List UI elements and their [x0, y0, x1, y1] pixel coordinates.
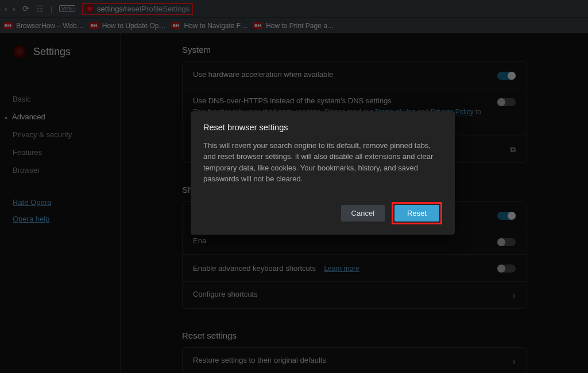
configure-shortcuts-row[interactable]: Configure shortcuts › — [183, 282, 526, 308]
nav-arrows: ‹ › — [5, 5, 16, 13]
reset-card: Restore settings to their original defau… — [182, 347, 527, 373]
bookmark-label: How to Navigate F… — [184, 22, 247, 30]
advanced-kb-toggle[interactable] — [497, 265, 516, 273]
hw-accel-toggle[interactable] — [497, 72, 516, 80]
dialog-body: This will revert your search engine to i… — [203, 140, 442, 185]
nav-advanced-label: Advanced — [12, 112, 45, 121]
doh-label: Use DNS-over-HTTPS instead of the system… — [193, 96, 497, 105]
chevron-right-icon: › — [513, 291, 516, 300]
bookmark-label: BrowserHow – Web… — [16, 22, 84, 30]
bookmark-label: How to Print Page a… — [266, 22, 334, 30]
chevron-up-icon: ▴ — [5, 114, 7, 120]
bh-favicon-icon: BH — [253, 22, 262, 29]
shortcuts-toggle-1[interactable] — [497, 212, 516, 220]
nav-advanced[interactable]: ▴ Advanced — [13, 108, 107, 126]
bookmark-item[interactable]: BHBrowserHow – Web… — [3, 22, 84, 30]
bookmarks-bar: BHBrowserHow – Web… BHHow to Update Op… … — [0, 17, 588, 33]
bookmark-item[interactable]: BHHow to Print Page a… — [253, 22, 334, 30]
restore-defaults-row[interactable]: Restore settings to their original defau… — [183, 348, 526, 373]
speed-dial-icon[interactable]: ☷ — [36, 4, 44, 13]
opera-help-link[interactable]: Opera help — [13, 211, 107, 227]
address-bar-highlight: settings/resetProfileSettings — [82, 3, 193, 15]
opera-logo-icon — [13, 45, 26, 59]
dialog-actions: Cancel Reset — [203, 202, 442, 224]
hw-accel-row: Use hardware acceleration when available — [183, 62, 526, 88]
rate-opera-link[interactable]: Rate Opera — [13, 194, 107, 211]
sidebar: Settings Basic ▴ Advanced Privacy & secu… — [0, 33, 121, 373]
url-path: resetProfileSettings — [125, 5, 190, 13]
opera-icon — [86, 5, 94, 13]
nav-browser[interactable]: Browser — [13, 161, 107, 179]
cancel-button[interactable]: Cancel — [341, 205, 385, 222]
url-prefix: settings/ — [97, 5, 125, 13]
kb-learn-more-link[interactable]: Learn more — [324, 265, 359, 273]
address-bar[interactable]: settings/resetProfileSettings — [97, 5, 189, 13]
back-icon[interactable]: ‹ — [5, 5, 7, 13]
nav-basic[interactable]: Basic — [13, 90, 107, 108]
browser-toolbar: ‹ › ⟳ ☷ | VPN settings/resetProfileSetti… — [0, 0, 588, 17]
doh-toggle[interactable] — [497, 98, 516, 106]
settings-brand: Settings — [13, 45, 107, 59]
reset-dialog: Reset browser settings This will revert … — [191, 111, 455, 235]
bh-favicon-icon: BH — [171, 22, 180, 29]
reset-button[interactable]: Reset — [394, 205, 439, 222]
nav-features[interactable]: Features — [13, 143, 107, 161]
reset-section-title: Reset settings — [182, 331, 527, 340]
chevron-right-icon: › — [513, 357, 516, 366]
reload-icon[interactable]: ⟳ — [22, 4, 29, 13]
restore-defaults-label: Restore settings to their original defau… — [193, 356, 505, 364]
bookmark-label: How to Update Op… — [102, 22, 166, 30]
bh-favicon-icon: BH — [90, 22, 99, 29]
bookmark-item[interactable]: BHHow to Update Op… — [90, 22, 166, 30]
reset-highlight: Reset — [392, 202, 442, 224]
external-link-icon: ⧉ — [510, 145, 516, 154]
forward-icon[interactable]: › — [13, 5, 15, 13]
bookmark-item[interactable]: BHHow to Navigate F… — [171, 22, 247, 30]
shortcuts-toggle-2[interactable] — [497, 238, 516, 246]
page-title: Settings — [33, 46, 71, 58]
hw-accel-label: Use hardware acceleration when available — [193, 70, 497, 79]
toolbar-separator: | — [51, 5, 52, 13]
nav-privacy[interactable]: Privacy & security — [13, 126, 107, 143]
dialog-title: Reset browser settings — [203, 123, 442, 132]
shortcuts-row2-label: Ena — [193, 236, 497, 245]
system-section-title: System — [182, 45, 527, 55]
bh-favicon-icon: BH — [3, 22, 13, 29]
vpn-badge[interactable]: VPN — [59, 5, 75, 12]
configure-shortcuts-label: Configure shortcuts — [193, 290, 505, 298]
advanced-kb-row: Enable advanced keyboard shortcuts Learn… — [183, 255, 526, 282]
advanced-kb-label: Enable advanced keyboard shortcuts — [193, 264, 316, 273]
